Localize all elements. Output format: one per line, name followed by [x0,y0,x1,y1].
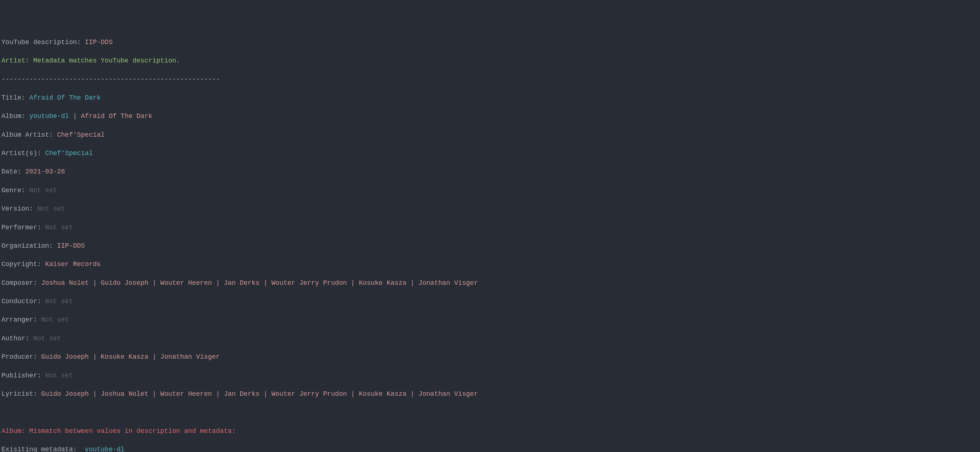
genre-label: Genre: [2,187,29,194]
author-line: Author: Not set [2,334,978,343]
performer-line: Performer: Not set [2,223,978,232]
album-label: Album: [2,113,29,120]
copyright-label: Copyright: [2,261,45,268]
publisher-label: Publisher: [2,372,45,379]
producer-value: Guido Joseph | Kosuke Kasza | Jonathan V… [41,353,220,361]
artists-line: Artist(s): Chef'Special [2,149,978,158]
organization-label: Organization: [2,242,57,250]
author-value: Not set [33,335,61,342]
performer-label: Performer: [2,224,45,231]
mismatch-existing-line: Exisiting metadata: youtube-dl [2,445,978,452]
album-artist-line: Album Artist: Chef'Special [2,131,978,140]
album-line: Album: youtube-dl | Afraid Of The Dark [2,112,978,121]
organization-line: Organization: IIP-DDS [2,242,978,251]
artists-label: Artist(s): [2,150,45,157]
date-line: Date: 2021-03-26 [2,167,978,177]
album-value-2: Afraid Of The Dark [81,113,152,120]
mismatch-header: Album: Mismatch between values in descri… [2,427,978,436]
performer-value: Not set [45,224,73,231]
date-value: 2021-03-26 [25,168,65,175]
organization-value: IIP-DDS [57,242,85,250]
conductor-line: Conductor: Not set [2,297,978,306]
composer-line: Composer: Joshua Nolet | Guido Joseph | … [2,279,978,288]
album-artist-label: Album Artist: [2,131,57,138]
ytdesc-label: YouTube description: [2,38,85,46]
publisher-line: Publisher: Not set [2,371,978,380]
mismatch-existing-value: youtube-dl [85,446,125,452]
copyright-line: Copyright: Kaiser Records [2,260,978,269]
artists-value: Chef'Special [45,150,93,157]
version-label: Version: [2,205,37,212]
lyricist-value: Guido Joseph | Joshua Nolet | Wouter Hee… [41,390,478,398]
author-label: Author: [2,335,33,342]
title-value: Afraid Of The Dark [29,94,101,102]
producer-line: Producer: Guido Joseph | Kosuke Kasza | … [2,352,978,361]
conductor-value: Not set [45,298,73,305]
genre-value: Not set [29,187,57,194]
ytdesc-value: IIP-DDS [85,38,113,46]
lyricist-line: Lyricist: Guido Joseph | Joshua Nolet | … [2,390,978,399]
copyright-value: Kaiser Records [45,261,101,268]
version-value: Not set [37,205,65,212]
date-label: Date: [2,168,25,175]
arranger-label: Arranger: [2,316,41,323]
mismatch-existing-label: Exisiting metadata: [2,446,85,452]
artist-match-line: Artist: Metadata matches YouTube descrip… [2,56,978,65]
blank-line [2,408,978,417]
arranger-value: Not set [41,316,69,323]
divider-line: ----------------------------------------… [2,75,978,84]
genre-line: Genre: Not set [2,186,978,195]
arranger-line: Arranger: Not set [2,315,978,325]
composer-value: Joshua Nolet | Guido Joseph | Wouter Hee… [41,279,478,286]
album-artist-value: Chef'Special [57,131,105,138]
album-sep: | [69,113,81,120]
ytdesc-line: YouTube description: IIP-DDS [2,38,978,47]
producer-label: Producer: [2,353,41,361]
lyricist-label: Lyricist: [2,390,41,398]
album-value-1: youtube-dl [29,113,69,120]
title-line: Title: Afraid Of The Dark [2,93,978,102]
version-line: Version: Not set [2,204,978,213]
composer-label: Composer: [2,279,41,286]
conductor-label: Conductor: [2,298,45,305]
publisher-value: Not set [45,372,73,379]
title-label: Title: [2,94,29,102]
